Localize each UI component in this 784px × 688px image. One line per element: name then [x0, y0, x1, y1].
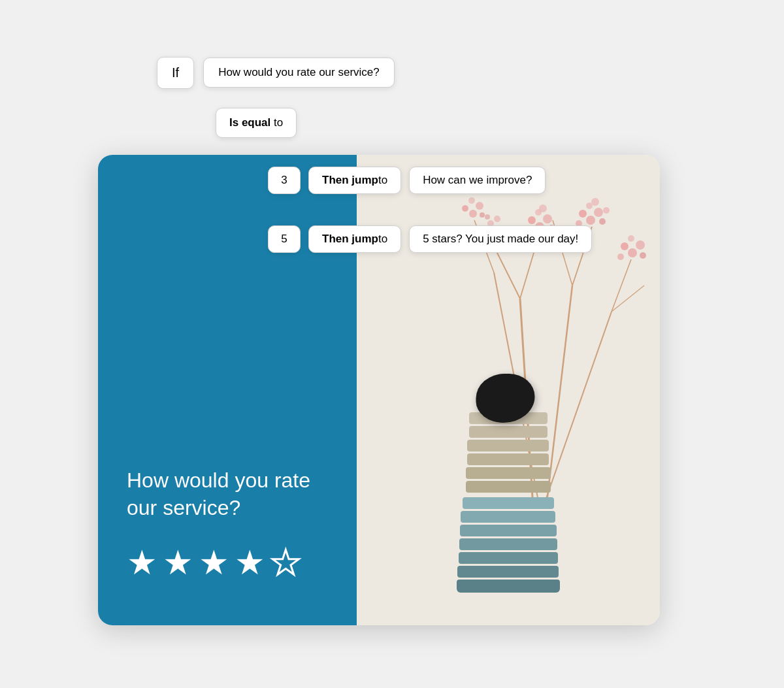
svg-point-41 — [636, 240, 645, 250]
svg-point-17 — [494, 216, 500, 222]
svg-point-30 — [599, 218, 606, 225]
survey-question: How would you rate our service? — [127, 467, 328, 521]
star-5[interactable]: ★ — [270, 546, 301, 580]
if-label: If — [172, 65, 179, 80]
jump-row-2: 5 Then jump to 5 stars? You just made ou… — [268, 225, 592, 253]
svg-point-27 — [579, 210, 587, 218]
is-equal-bold-text: Is equal — [229, 116, 270, 129]
svg-point-33 — [603, 207, 610, 214]
svg-point-35 — [462, 205, 468, 212]
then-jump-pill-1: Then jump to — [308, 167, 401, 194]
svg-point-40 — [621, 242, 629, 250]
svg-point-21 — [543, 214, 552, 223]
svg-point-34 — [469, 210, 477, 218]
svg-point-37 — [468, 197, 475, 204]
if-pill: If — [157, 57, 194, 89]
svg-point-36 — [476, 202, 483, 210]
svg-point-18 — [485, 214, 490, 220]
destination-text-2: 5 stars? You just made our day! — [423, 233, 578, 246]
svg-point-28 — [594, 208, 603, 217]
question-pill[interactable]: How would you rate our service? — [203, 57, 395, 88]
jump-number-1-value: 3 — [281, 174, 287, 187]
svg-point-32 — [591, 198, 599, 206]
svg-point-39 — [628, 248, 637, 257]
stars-row: ★ ★ ★ ★ ★ — [127, 546, 328, 580]
destination-pill-2[interactable]: 5 stars? You just made our day! — [409, 225, 592, 253]
scene: How would you rate our service? ★ ★ ★ ★ … — [98, 50, 686, 638]
svg-point-25 — [539, 205, 547, 212]
svg-point-20 — [528, 216, 536, 224]
question-text: How would you rate our service? — [218, 66, 380, 79]
jump-number-1[interactable]: 3 — [268, 167, 301, 194]
then-jump-rest-1: to — [378, 174, 387, 187]
then-jump-bold-1: Then jump — [322, 174, 378, 187]
star-2[interactable]: ★ — [163, 546, 193, 580]
svg-point-43 — [640, 252, 646, 259]
then-jump-rest-2: to — [378, 233, 387, 246]
is-equal-pill[interactable]: Is equal to — [216, 108, 297, 138]
svg-point-29 — [586, 203, 593, 209]
then-jump-bold-2: Then jump — [322, 233, 378, 246]
jump-number-2[interactable]: 5 — [268, 225, 301, 253]
svg-point-26 — [586, 216, 595, 225]
is-equal-row: Is equal to — [216, 108, 297, 138]
is-equal-rest-text: to — [270, 116, 283, 129]
svg-point-42 — [628, 235, 634, 242]
star-3[interactable]: ★ — [199, 546, 229, 580]
stacked-blocks — [457, 412, 560, 593]
destination-text-1: How can we improve? — [423, 174, 532, 187]
jump-number-2-value: 5 — [281, 233, 287, 246]
then-jump-pill-2: Then jump to — [308, 225, 401, 253]
jump-row-1: 3 Then jump to How can we improve? — [268, 167, 546, 194]
star-1[interactable]: ★ — [127, 546, 157, 580]
destination-pill-1[interactable]: How can we improve? — [409, 167, 546, 194]
svg-point-38 — [480, 212, 485, 218]
if-row: If How would you rate our service? — [157, 57, 395, 89]
svg-point-44 — [617, 254, 624, 260]
star-4[interactable]: ★ — [235, 546, 265, 580]
